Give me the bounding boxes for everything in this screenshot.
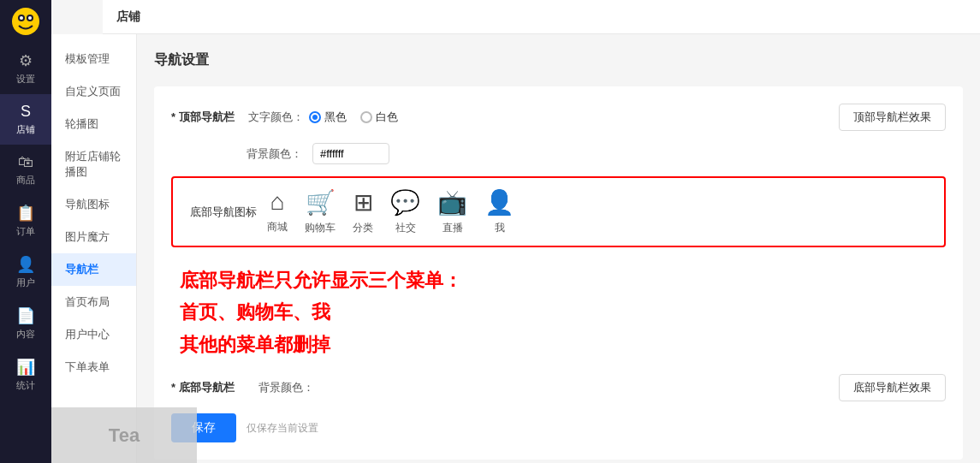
sidebar-image-mosaic[interactable]: 图片魔方 [51, 221, 136, 253]
orders-icon: 📋 [16, 204, 35, 223]
bottom-nav-label: * 底部导航栏 [171, 380, 248, 395]
sidebar-custom-page[interactable]: 自定义页面 [51, 75, 136, 108]
radio-white-circle [360, 111, 372, 123]
social-icon-label: 社交 [395, 221, 416, 235]
sidebar-item-stats-label: 统计 [16, 379, 35, 392]
top-bar-title: 店铺 [116, 9, 140, 25]
logo-icon [10, 6, 41, 37]
radio-white-label: 白色 [376, 110, 398, 125]
settings-icon: ⚙ [19, 51, 33, 70]
sidebar-user-center[interactable]: 用户中心 [51, 318, 136, 351]
live-icon: 📺 [437, 188, 467, 217]
top-nav-section: * 顶部导航栏 文字颜色： 黑色 白色 顶部导航栏效果 [171, 104, 946, 131]
sidebar-item-content-label: 内容 [16, 328, 35, 341]
bottom-bg-color-label: 背景颜色： [258, 380, 314, 395]
sidebar-item-settings-label: 设置 [16, 73, 35, 86]
nav-icon-social[interactable]: 💬 社交 [390, 188, 420, 235]
page-title: 导航设置 [154, 51, 963, 69]
second-sidebar: 模板管理 自定义页面 轮播图 附近店铺轮播图 导航图标 图片魔方 导航栏 首页布… [51, 34, 137, 463]
content-body: 模板管理 自定义页面 轮播图 附近店铺轮播图 导航图标 图片魔方 导航栏 首页布… [51, 34, 980, 463]
bottom-nav-icons-label: 底部导航图标 [190, 205, 258, 220]
sidebar-nav-bar[interactable]: 导航栏 [51, 253, 136, 286]
bg-color-input[interactable] [312, 143, 389, 164]
stats-icon: 📊 [16, 358, 35, 377]
main-content: 导航设置 * 顶部导航栏 文字颜色： 黑色 白色 [137, 34, 980, 463]
sidebar-order-form[interactable]: 下单表单 [51, 351, 136, 383]
icon-sidebar: ⚙ 设置 S 店铺 🛍 商品 📋 订单 👤 用户 📄 内容 📊 统计 [0, 0, 51, 463]
me-icon-label: 我 [495, 221, 505, 235]
bg-color-label: 背景颜色： [246, 146, 302, 162]
annotation-overlay: 底部导航栏只允许显示三个菜单： 首页、购物车、我 其他的菜单都删掉 [171, 259, 946, 365]
sidebar-template-mgmt[interactable]: 模板管理 [51, 43, 136, 75]
sidebar-item-stats[interactable]: 📊 统计 [0, 349, 51, 401]
radio-black-label: 黑色 [324, 110, 347, 125]
sidebar-home-layout[interactable]: 首页布局 [51, 286, 136, 318]
text-color-radio-group: 黑色 白色 [309, 110, 398, 125]
nav-icon-category[interactable]: ⊞ 分类 [353, 188, 373, 235]
sidebar-carousel[interactable]: 轮播图 [51, 108, 136, 140]
shop-icon: ⌂ [270, 188, 285, 216]
sidebar-item-products[interactable]: 🛍 商品 [0, 145, 51, 195]
annotation-text: 底部导航栏只允许显示三个菜单： 首页、购物车、我 其他的菜单都删掉 [171, 259, 471, 365]
users-icon: 👤 [16, 255, 35, 274]
cart-icon-label: 购物车 [305, 221, 336, 235]
store-icon: S [21, 103, 31, 121]
top-nav-effect-button[interactable]: 顶部导航栏效果 [839, 104, 946, 131]
text-color-label: 文字颜色： [248, 110, 304, 125]
sidebar-item-store[interactable]: S 店铺 [0, 94, 51, 145]
live-icon-label: 直播 [442, 221, 463, 235]
cart-icon: 🛒 [306, 188, 336, 217]
tea-label: Tea [137, 424, 140, 447]
bottom-nav-effect-button[interactable]: 底部导航栏效果 [839, 374, 946, 401]
sidebar-nav-icons[interactable]: 导航图标 [51, 188, 136, 221]
svg-point-3 [20, 16, 23, 20]
radio-black-circle [309, 111, 321, 123]
settings-card: * 顶部导航栏 文字颜色： 黑色 白色 顶部导航栏效果 [154, 86, 963, 460]
nav-icon-shop[interactable]: ⌂ 商城 [267, 188, 288, 235]
nav-icons-grid: ⌂ 商城 🛒 购物车 ⊞ 分类 💬 社交 [258, 188, 927, 235]
annotation-line3: 其他的菜单都删掉 [180, 329, 462, 360]
bg-color-row: 背景颜色： [246, 143, 946, 164]
tea-watermark: Tea [137, 407, 197, 463]
nav-icon-me[interactable]: 👤 我 [484, 188, 514, 235]
category-icon: ⊞ [353, 188, 373, 217]
save-note: 仅保存当前设置 [246, 421, 318, 436]
me-icon: 👤 [484, 188, 514, 217]
sidebar-item-users-label: 用户 [16, 276, 35, 289]
sidebar-item-orders-label: 订单 [16, 225, 35, 238]
sidebar-item-settings[interactable]: ⚙ 设置 [0, 43, 51, 94]
radio-white[interactable]: 白色 [360, 110, 398, 125]
svg-point-0 [12, 8, 39, 35]
top-bar: 店铺 [103, 0, 980, 34]
radio-black[interactable]: 黑色 [309, 110, 347, 125]
sidebar-nearby-carousel[interactable]: 附近店铺轮播图 [51, 140, 136, 188]
content-icon: 📄 [16, 306, 35, 325]
social-icon: 💬 [390, 188, 420, 217]
annotation-line1: 底部导航栏只允许显示三个菜单： [180, 264, 462, 296]
bottom-nav-icons-container: 底部导航图标 ⌂ 商城 🛒 购物车 ⊞ 分类 [171, 176, 946, 247]
sidebar-item-store-label: 店铺 [16, 123, 35, 136]
svg-point-4 [28, 16, 32, 20]
nav-icon-cart[interactable]: 🛒 购物车 [305, 188, 336, 235]
sidebar-item-orders[interactable]: 📋 订单 [0, 195, 51, 246]
bottom-nav-row: * 底部导航栏 背景颜色： 底部导航栏效果 [171, 374, 946, 401]
logo-area [0, 0, 51, 43]
annotation-line2: 首页、购物车、我 [180, 296, 462, 328]
save-row: 保存 仅保存当前设置 [171, 413, 946, 442]
sidebar-item-content[interactable]: 📄 内容 [0, 298, 51, 349]
shop-icon-label: 商城 [267, 220, 288, 234]
category-icon-label: 分类 [353, 221, 373, 235]
top-nav-label: * 顶部导航栏 [171, 110, 248, 125]
sidebar-item-products-label: 商品 [16, 174, 35, 187]
nav-icon-live[interactable]: 📺 直播 [437, 188, 467, 235]
content-wrapper: 店铺 模板管理 自定义页面 轮播图 附近店铺轮播图 导航图标 图片魔方 导航栏 … [51, 0, 980, 463]
sidebar-item-users[interactable]: 👤 用户 [0, 246, 51, 298]
products-icon: 🛍 [18, 153, 33, 171]
